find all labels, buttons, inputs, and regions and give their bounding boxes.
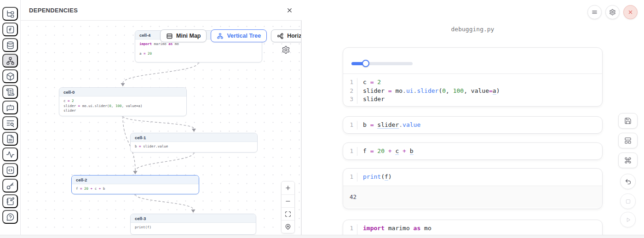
stop-button[interactable] (620, 193, 636, 209)
code-token: c (63, 99, 68, 103)
notebook-cell-cell-print[interactable]: 1print(f)42 (343, 168, 603, 209)
zoom-in-button[interactable] (282, 181, 294, 194)
view-button-horizontal-tree[interactable]: Horizontal Tree (271, 29, 302, 42)
rail-item-ai-chat[interactable] (2, 101, 18, 114)
run-button[interactable] (620, 212, 636, 227)
line-number: 2 (343, 87, 357, 96)
code-token: print (363, 173, 381, 180)
code-token: slider (363, 96, 385, 102)
mini-map-icon (166, 33, 173, 40)
graph-node-cell-1[interactable]: cell-1b = slider.value (130, 133, 258, 153)
code-token: 2 (72, 99, 74, 103)
graph-edge-cell-2-cell-3 (135, 194, 193, 210)
notebook-cell-cell-slider[interactable]: 1c = 22slider = mo.ui.slider(0, 100, val… (343, 47, 603, 107)
notebook-header-buttons (587, 5, 638, 19)
fit-view-button[interactable] (282, 207, 294, 220)
view-button-label: Mini Map (176, 33, 201, 39)
save-button[interactable] (618, 113, 638, 129)
code-token: ui (406, 87, 414, 94)
code-token: mo (172, 42, 179, 46)
notebook-filename[interactable]: debugging.py (343, 26, 603, 33)
secrets-icon (6, 181, 15, 190)
graph-code-line: import marimo as mo (139, 42, 258, 47)
code-token: , value=a) (121, 104, 142, 108)
slider-widget[interactable] (351, 62, 413, 65)
notebook-settings-button[interactable] (605, 5, 620, 19)
code-token: f (76, 187, 80, 191)
code-token: + (402, 147, 406, 154)
graph-node-code: f = 20 + c + b (72, 184, 199, 194)
ai-chat-icon (6, 103, 15, 112)
command-button[interactable] (618, 153, 638, 168)
code-token: marimo (152, 42, 168, 46)
graph-node-title: cell-2 (72, 176, 199, 184)
cell-editor[interactable]: 1b = slider.value (343, 117, 602, 134)
code-token: 2 (377, 79, 381, 85)
rail-item-file-explorer[interactable] (2, 7, 18, 21)
slider-thumb[interactable] (362, 60, 369, 67)
cell-editor[interactable]: 1c = 22slider = mo.ui.slider(0, 100, val… (343, 74, 602, 107)
rail-item-help[interactable] (2, 210, 18, 224)
rail-item-variables[interactable] (2, 23, 18, 36)
view-button-mini-map[interactable]: Mini Map (160, 29, 207, 42)
rail-item-outline[interactable] (2, 116, 18, 130)
cell-editor[interactable]: 1f = 20 + c + b (343, 143, 602, 160)
rail-item-packages[interactable] (2, 69, 18, 83)
graph-node-cell-0[interactable]: cell-0c = 2slider = mo.ui.slider(0, 100,… (59, 87, 187, 116)
graph-node-cell-2[interactable]: cell-2f = 20 + c + b (71, 175, 199, 194)
code-text: c = 2 (357, 78, 381, 87)
code-token: marimo (385, 225, 414, 232)
code-token: a (493, 87, 496, 95)
panel-title: DEPENDENCIES (29, 7, 78, 14)
graph-node-cell-3[interactable]: cell-3print(f) (130, 214, 256, 235)
graph-zoom-controls (281, 181, 295, 233)
code-line: 1print(f) (343, 173, 602, 181)
code-text: slider = mo.ui.slider(0, 100, value=a) (357, 87, 500, 96)
code-token: 20 (377, 147, 385, 154)
rail-item-tracing[interactable] (2, 147, 18, 161)
panel-close-button[interactable] (283, 4, 295, 16)
code-line: 2slider = mo.ui.slider(0, 100, value=a) (343, 87, 602, 96)
graph-code-line: f = 20 + c + b (76, 187, 195, 192)
notebook-cell-cell-f[interactable]: 1f = 20 + c + b (343, 142, 603, 160)
code-token: c (92, 187, 99, 191)
center-location-button[interactable] (282, 220, 294, 233)
rail-item-dependency-graph[interactable] (2, 54, 18, 68)
menu-button[interactable] (587, 5, 602, 19)
rail-item-documentation[interactable] (2, 132, 18, 146)
view-button-vertical-tree[interactable]: Vertical Tree (211, 29, 267, 42)
rail-item-scratchpad[interactable] (2, 194, 18, 208)
graph-edge-cell-0-cell-1 (123, 116, 194, 129)
graph-node-code: import marimo as mo a = 20 (135, 40, 262, 59)
graph-node-code: print(f) (131, 223, 256, 232)
code-token: = (388, 87, 392, 94)
rail-item-snippets[interactable] (2, 163, 18, 177)
layout-button[interactable] (618, 133, 638, 148)
zoom-out-icon (285, 198, 291, 204)
rail-item-datasources[interactable] (2, 38, 18, 52)
run-icon (625, 216, 632, 223)
center-location-icon (285, 224, 291, 230)
dependency-graph-canvas[interactable]: cell-4import marimo as mo a = 20cell-0c … (21, 21, 302, 235)
undo-button[interactable] (620, 174, 636, 189)
code-token: a (139, 51, 144, 56)
cell-output: 42 (343, 186, 602, 208)
shutdown-button[interactable] (623, 5, 638, 19)
code-token (385, 147, 388, 154)
cell-editor[interactable]: 1print(f) (343, 169, 602, 186)
code-line: 1b = slider.value (343, 121, 602, 130)
dependency-graph-icon (6, 57, 15, 65)
rail-item-logs[interactable] (2, 85, 18, 99)
zoom-out-button[interactable] (282, 194, 294, 207)
rail-item-secrets[interactable] (2, 179, 18, 193)
code-token: = (489, 87, 493, 94)
logs-icon (6, 88, 15, 96)
code-token: mo.ui.slider( (80, 104, 109, 108)
layout-icon (624, 137, 632, 144)
graph-code-line: slider = mo.ui.slider(0, 100, value=a) (63, 104, 182, 109)
help-icon (6, 213, 15, 221)
notebook-cell-cell-b[interactable]: 1b = slider.value (343, 116, 603, 134)
code-token: as (414, 225, 421, 232)
graph-settings-button[interactable] (282, 45, 290, 56)
edge-arrowhead (121, 83, 125, 86)
